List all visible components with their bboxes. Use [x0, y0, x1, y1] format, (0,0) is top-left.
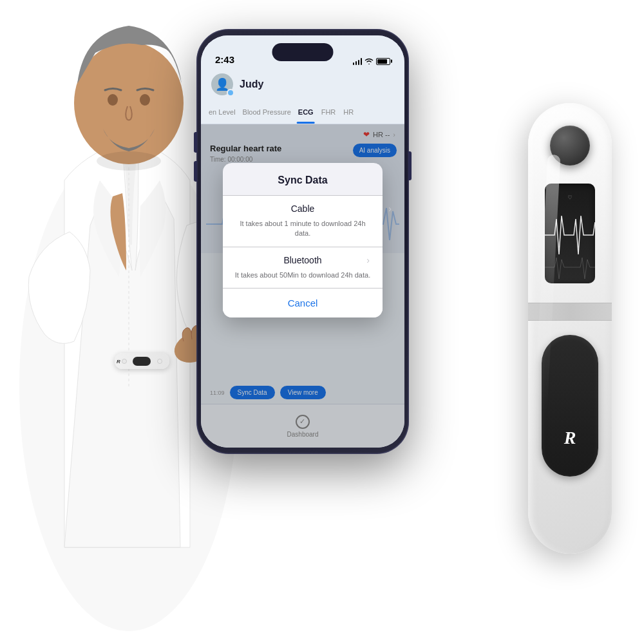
- status-icons: [353, 57, 391, 65]
- cable-option[interactable]: Cable › It takes about 1 minute to downl…: [223, 195, 383, 247]
- app-header: 👤 Judy: [201, 69, 404, 100]
- device-ecg-waveform: ♡: [545, 184, 595, 283]
- tab-fhr[interactable]: FHR: [317, 106, 340, 118]
- tab-oxygen-level[interactable]: en Level: [205, 106, 240, 118]
- battery-icon: [376, 58, 390, 65]
- volume-up-button[interactable]: [194, 132, 197, 153]
- ecg-chest-patch: R: [115, 353, 169, 369]
- avatar[interactable]: 👤: [211, 73, 233, 95]
- wifi-icon: [365, 57, 374, 65]
- nav-tabs: en Level Blood Pressure ECG FHR HR: [201, 100, 404, 124]
- device-body: ♡ R: [528, 103, 612, 554]
- svg-point-7: [97, 151, 161, 171]
- sync-data-modal: Sync Data Cable › It takes about 1 minut…: [223, 163, 383, 317]
- svg-point-4: [140, 94, 150, 106]
- device-top-button[interactable]: [550, 126, 590, 166]
- svg-point-3: [108, 94, 118, 106]
- sync-data-modal-overlay: Sync Data Cable › It takes about 1 minut…: [201, 124, 404, 448]
- phone-screen: 2:43: [201, 35, 404, 448]
- avatar-badge: [227, 89, 234, 97]
- ecg-device: ♡ R: [506, 103, 634, 567]
- phone-body: 2:43: [196, 29, 409, 454]
- cable-description: It takes about 1 minute to download 24h …: [223, 216, 383, 247]
- tab-blood-pressure[interactable]: Blood Pressure: [240, 106, 294, 118]
- tab-ecg[interactable]: ECG: [294, 106, 317, 118]
- cancel-button[interactable]: Cancel: [223, 288, 383, 317]
- volume-down-button[interactable]: [194, 161, 197, 182]
- bluetooth-chevron: ›: [366, 255, 370, 265]
- tab-hr[interactable]: HR: [339, 106, 357, 118]
- brand-letter: R: [564, 428, 576, 448]
- device-band: [528, 303, 612, 321]
- cable-label: Cable: [233, 204, 372, 214]
- avatar-icon: 👤: [215, 77, 229, 91]
- device-lower-panel: R: [542, 335, 598, 477]
- dynamic-island: [272, 43, 334, 61]
- modal-title: Sync Data: [223, 163, 383, 195]
- ecg-display: ♡: [545, 184, 595, 283]
- device-brand-logo: R: [554, 422, 586, 454]
- phone-wrapper: 2:43: [196, 29, 409, 454]
- username: Judy: [240, 79, 263, 90]
- bluetooth-option[interactable]: Bluetooth › It takes about 50Min to down…: [223, 247, 383, 288]
- bluetooth-description: It takes about 50Min to download 24h dat…: [223, 268, 383, 288]
- status-time: 2:43: [215, 54, 234, 65]
- bluetooth-label: Bluetooth: [233, 255, 372, 265]
- svg-text:♡: ♡: [568, 194, 572, 201]
- power-button[interactable]: [408, 151, 412, 180]
